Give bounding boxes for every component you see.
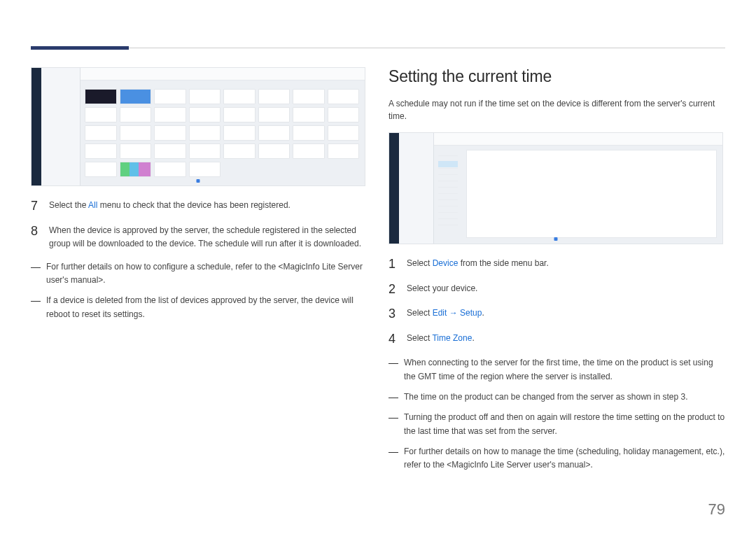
step-text: Select Device from the side menu bar.: [407, 257, 725, 272]
note-schedule-manual: ― For further details on how to configur…: [31, 260, 368, 287]
step-number: 4: [388, 332, 398, 347]
screenshot-toolbar: [434, 133, 722, 146]
note-change-server: ― The time on the product can be changed…: [388, 391, 725, 405]
header-rule: [31, 48, 725, 48]
link-edit: Edit: [433, 308, 447, 318]
step-text: Select Edit → Setup.: [407, 307, 725, 322]
screenshot-pager-dot: [197, 179, 200, 183]
step-text: When the device is approved by the serve…: [49, 224, 368, 251]
screenshot-navbar: [31, 68, 41, 185]
header-accent: [31, 46, 129, 50]
step-1: 1 Select Device from the side menu bar.: [388, 257, 725, 272]
section-heading: Setting the current time: [388, 67, 725, 86]
screenshot-device-grid: [31, 67, 365, 186]
screenshot-toolbar: [80, 68, 365, 80]
step-4: 4 Select Time Zone.: [388, 332, 725, 347]
page-number: 79: [708, 500, 725, 519]
left-column: 7 Select the All menu to check that the …: [31, 67, 368, 479]
step-3: 3 Select Edit → Setup.: [388, 307, 725, 322]
arrow-icon: →: [447, 308, 460, 318]
note-device-deleted: ― If a device is deleted from the list o…: [31, 294, 368, 321]
dash-icon: ―: [388, 411, 398, 437]
link-timezone: Time Zone: [432, 333, 472, 343]
section-intro: A schedule may not run if the time set o…: [388, 97, 725, 122]
step-number: 7: [31, 199, 41, 214]
link-device: Device: [433, 258, 458, 268]
left-steps: 7 Select the All menu to check that the …: [31, 199, 368, 251]
screenshot-form-panel: [466, 150, 717, 238]
step-text: Select the All menu to check that the de…: [49, 199, 368, 214]
dash-icon: ―: [388, 445, 398, 472]
step-2: 2 Select your device.: [388, 282, 725, 297]
screenshot-tiles: [85, 89, 359, 177]
link-setup: Setup: [460, 308, 482, 318]
step-8: 8 When the device is approved by the ser…: [31, 224, 368, 251]
page-content: 7 Select the All menu to check that the …: [0, 0, 756, 479]
screenshot-time-setup: [388, 132, 723, 244]
dash-icon: ―: [388, 356, 398, 383]
screenshot-row-highlight: [438, 161, 458, 167]
step-number: 8: [31, 224, 41, 251]
step-text: Select your device.: [407, 282, 725, 297]
dash-icon: ―: [31, 260, 41, 287]
screenshot-pager-dot: [554, 237, 558, 241]
screenshot-navbar: [389, 133, 399, 244]
right-steps: 1 Select Device from the side menu bar. …: [388, 257, 725, 346]
note-gmt: ― When connecting to the server for the …: [388, 356, 725, 383]
step-number: 2: [388, 282, 398, 297]
link-all: All: [88, 200, 97, 210]
step-number: 1: [388, 257, 398, 272]
step-number: 3: [388, 307, 398, 322]
step-text: Select Time Zone.: [407, 332, 725, 347]
screenshot-sidepanel: [41, 68, 80, 185]
step-7: 7 Select the All menu to check that the …: [31, 199, 368, 214]
screenshot-sidepanel: [399, 133, 434, 244]
note-power-cycle: ― Turning the product off and then on ag…: [388, 411, 725, 437]
note-time-manual: ― For further details on how to manage t…: [388, 445, 725, 472]
dash-icon: ―: [31, 294, 41, 321]
right-column: Setting the current time A schedule may …: [388, 67, 725, 479]
dash-icon: ―: [388, 391, 398, 405]
